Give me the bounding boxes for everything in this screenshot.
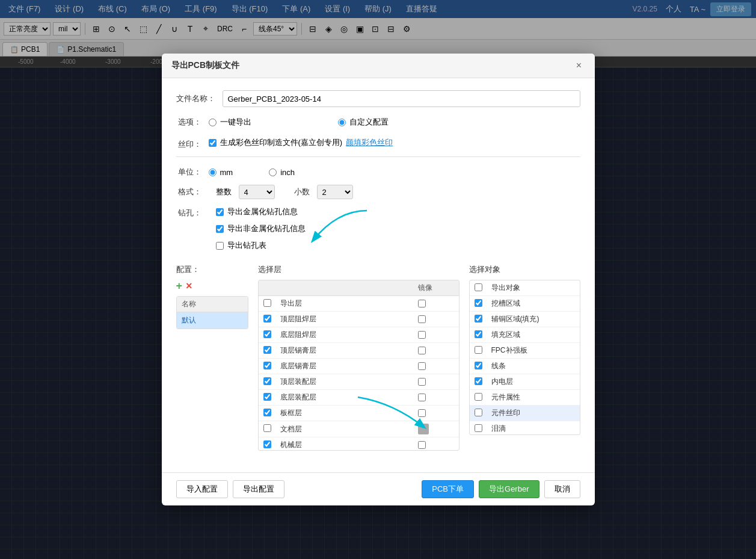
layers-scroll[interactable]: 导出层 顶层阻焊层 <box>259 296 459 450</box>
dialog-header: 导出PCB制板文件 × <box>162 54 595 78</box>
drill-non-metallic-row[interactable]: 导出非金属化钻孔信息 <box>216 223 306 234</box>
format-int-select[interactable]: 4 2 3 5 6 <box>239 185 275 199</box>
layer-mirror-1[interactable] <box>418 315 426 323</box>
layer-check-7[interactable] <box>263 409 271 416</box>
unit-options: mm inch <box>209 168 295 177</box>
layer-row-9: 机械层 <box>259 437 459 450</box>
layer-mirror-3[interactable] <box>418 347 426 354</box>
option-custom-radio[interactable] <box>338 119 346 126</box>
layers-col-check <box>263 283 280 293</box>
obj-check-8[interactable] <box>475 409 482 416</box>
options-row: 选项： 一键导出 自定义配置 <box>176 117 580 128</box>
silkscreen-link[interactable]: 颜填彩色丝印 <box>346 137 393 148</box>
unit-inch-radio[interactable] <box>269 168 277 176</box>
layer-name-0: 导出层 <box>280 298 418 309</box>
layer-mirror-5[interactable] <box>418 378 426 386</box>
filename-input[interactable] <box>223 90 580 107</box>
objects-section-title: 选择对象 <box>469 264 580 275</box>
layer-name-9: 机械层 <box>280 440 418 450</box>
layers-col-name <box>280 283 418 293</box>
layer-mirror-7[interactable] <box>418 409 426 417</box>
layer-name-6: 底层装配层 <box>280 392 418 403</box>
unit-mm-radio[interactable] <box>209 168 217 176</box>
object-row-4: FPC补强板 <box>470 343 580 359</box>
config-add-button[interactable]: + <box>176 280 183 292</box>
option-quick-radio[interactable] <box>209 119 217 126</box>
layer-mirror-2[interactable] <box>418 331 426 339</box>
obj-check-2[interactable] <box>475 315 482 323</box>
export-config-button[interactable]: 导出配置 <box>233 480 284 498</box>
obj-name-3: 填充区域 <box>491 330 575 340</box>
layers-title-label: 选择层 <box>258 264 281 275</box>
modal-overlay: 导出PCB制板文件 × 文件名称： 选项： 一键导出 <box>0 0 756 559</box>
option-custom[interactable]: 自定义配置 <box>338 117 389 128</box>
config-list-header: 名称 <box>177 297 248 312</box>
cancel-button[interactable]: 取消 <box>544 480 580 498</box>
silkscreen-checkbox-row[interactable]: 生成彩色丝印制造文件(嘉立创专用) 颜填彩色丝印 <box>209 137 393 148</box>
obj-name-9: 泪滴 <box>491 424 575 434</box>
footer-right-buttons: PCB下单 导出Gerber 取消 <box>422 480 580 498</box>
drill-label: 钻孔： <box>176 206 201 218</box>
drill-table-checkbox[interactable] <box>216 242 224 250</box>
layer-check-6[interactable] <box>263 393 271 401</box>
obj-name-6: 内电层 <box>491 377 575 387</box>
obj-check-6[interactable] <box>475 377 482 385</box>
drill-metallic-checkbox[interactable] <box>216 208 224 216</box>
option-quick[interactable]: 一键导出 <box>209 117 251 128</box>
export-gerber-button[interactable]: 导出Gerber <box>479 480 539 498</box>
silkscreen-row: 丝印： 生成彩色丝印制造文件(嘉立创专用) 颜填彩色丝印 <box>176 137 580 152</box>
obj-name-0: 导出对象 <box>491 283 575 293</box>
obj-check-7[interactable] <box>475 393 482 401</box>
obj-name-1: 挖槽区域 <box>491 298 575 309</box>
objects-scroll[interactable]: 导出对象 挖槽区域 辅铜区域(填充) <box>470 280 580 434</box>
obj-check-0[interactable] <box>475 283 482 291</box>
silkscreen-options: 生成彩色丝印制造文件(嘉立创专用) 颜填彩色丝印 <box>209 137 393 152</box>
pcb-order-button[interactable]: PCB下单 <box>422 480 474 498</box>
import-config-button[interactable]: 导入配置 <box>176 480 228 498</box>
layer-check-4[interactable] <box>263 362 271 369</box>
silkscreen-label: 丝印： <box>176 139 201 150</box>
layer-mirror-0[interactable] <box>418 300 426 307</box>
obj-check-5[interactable] <box>475 362 482 369</box>
unit-mm-option[interactable]: mm <box>209 168 233 177</box>
dialog-body: 文件名称： 选项： 一键导出 自定义配置 <box>162 78 595 472</box>
dialog-close-button[interactable]: × <box>573 60 585 72</box>
object-row-0: 导出对象 <box>470 280 580 296</box>
unit-row: 单位： mm inch <box>176 167 580 178</box>
drill-non-metallic-checkbox[interactable] <box>216 225 224 233</box>
layer-name-5: 顶层装配层 <box>280 377 418 387</box>
obj-check-1[interactable] <box>475 299 482 307</box>
layer-mirror-6[interactable] <box>418 394 426 401</box>
config-label: 配置： <box>176 264 200 275</box>
silkscreen-text: 生成彩色丝印制造文件(嘉立创专用) <box>220 137 343 148</box>
config-remove-button[interactable]: × <box>186 280 192 292</box>
obj-check-4[interactable] <box>475 346 482 354</box>
config-list: 名称 默认 <box>176 296 248 329</box>
config-item-default[interactable]: 默认 <box>177 312 248 329</box>
format-row: 格式： 整数 4 2 3 5 6 小数 2 1 3 4 5 <box>176 185 580 199</box>
obj-check-3[interactable] <box>475 330 482 338</box>
layer-check-2[interactable] <box>263 330 271 338</box>
unit-inch-option[interactable]: inch <box>269 168 295 177</box>
filename-label: 文件名称： <box>176 93 215 104</box>
layer-check-9[interactable] <box>263 440 271 448</box>
layer-mirror-9[interactable] <box>418 441 426 449</box>
objects-table: 导出对象 挖槽区域 辅铜区域(填充) <box>469 280 580 435</box>
layers-section: 配置： + × 名称 默认 选择层 <box>176 264 580 451</box>
layers-panel: 选择层 镜像 导出层 <box>258 264 459 451</box>
layer-row-1: 顶层阻焊层 <box>259 312 459 327</box>
silkscreen-checkbox[interactable] <box>209 139 217 147</box>
layer-mirror-4[interactable] <box>418 362 426 370</box>
option-quick-label: 一键导出 <box>220 117 251 128</box>
layer-check-5[interactable] <box>263 377 271 385</box>
layer-check-1[interactable] <box>263 315 271 323</box>
layer-check-0[interactable] <box>263 299 271 307</box>
obj-check-9[interactable] <box>475 424 482 432</box>
drill-table-row[interactable]: 导出钻孔表 <box>216 240 306 251</box>
layers-table: 镜像 导出层 顶层阻焊层 <box>258 280 459 451</box>
layer-check-3[interactable] <box>263 346 271 354</box>
layer-check-8[interactable] <box>263 424 271 432</box>
format-dec-select[interactable]: 2 1 3 4 5 <box>317 185 353 199</box>
dialog-footer: 导入配置 导出配置 PCB下单 导出Gerber 取消 <box>162 472 595 505</box>
drill-metallic-row[interactable]: 导出金属化钻孔信息 <box>216 206 306 217</box>
